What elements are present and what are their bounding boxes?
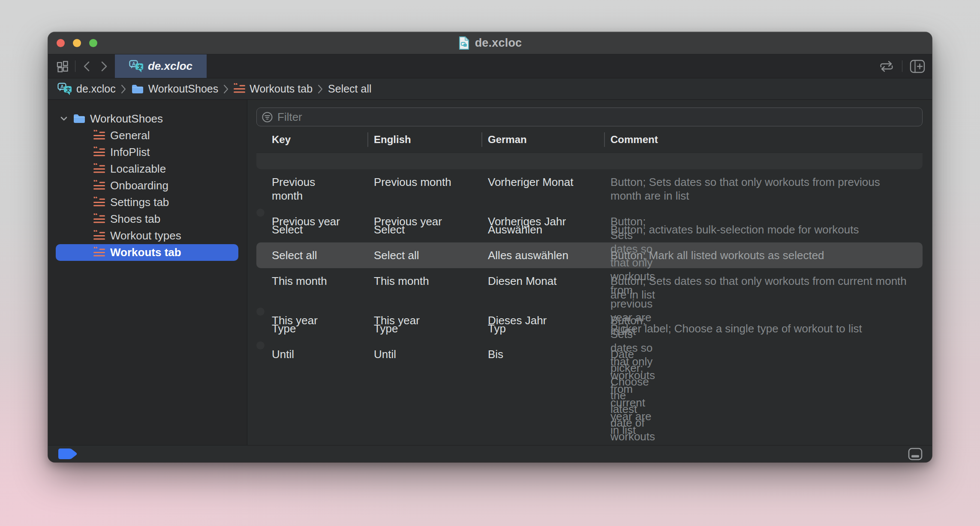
sidebar-item-shoes-tab[interactable]: “ Shoes tab [56, 211, 238, 227]
cell-key: Select [256, 217, 367, 242]
filter-tag-button[interactable] [58, 448, 78, 460]
breadcrumb-separator [120, 84, 126, 94]
strings-icon-slot: “ [93, 247, 105, 258]
strings-icon-slot: “ [93, 180, 105, 191]
strings-icon-slot: “ [93, 230, 105, 242]
translate-icon-slot: A 文 [129, 60, 144, 73]
sidebar-root-workoutshoes[interactable]: WorkoutShoes [48, 110, 247, 127]
column-header-key[interactable]: Key [256, 134, 367, 146]
blue-tag-icon [58, 448, 78, 460]
sidebar-items: “ General “ InfoPlist “ Localizable “ On… [48, 127, 247, 261]
navigate-forward-button[interactable] [99, 60, 109, 73]
strings-file-icon: “ [93, 213, 105, 225]
table-row-type[interactable]: Type Type Typ Picker label; Choose a sin… [256, 316, 923, 341]
strings-file-icon: “ [93, 146, 105, 158]
column-header-comment[interactable]: Comment [604, 134, 923, 146]
bottom-bar [48, 445, 932, 462]
sidebar-item-label: Workouts tab [110, 246, 181, 259]
breadcrumb-label: Workouts tab [250, 83, 313, 95]
svg-text:A: A [132, 61, 135, 66]
table-rows: Previous month Previous month Vorheriger… [256, 153, 923, 445]
strings-icon-slot: “ [93, 146, 105, 158]
filter-input[interactable] [256, 108, 923, 126]
sidebar-item-label: General [110, 129, 150, 142]
breadcrumb-item-key[interactable]: Select all [328, 83, 371, 95]
cell-english: Select all [367, 242, 481, 268]
strings-file-icon: “ [93, 130, 105, 141]
strings-file-icon: “ [93, 197, 105, 208]
table-row-select-all[interactable]: Select all Select all Alles auswählen Bu… [256, 242, 923, 268]
strings-icon-slot: “ [93, 197, 105, 208]
sidebar-item-onboarding[interactable]: “ Onboarding [56, 177, 238, 194]
cell-comment: Picker label; Choose a single type of wo… [604, 316, 923, 341]
sidebar-item-settings-tab[interactable]: “ Settings tab [56, 194, 238, 211]
tab-de-xcloc[interactable]: A 文 de.xcloc [115, 54, 207, 78]
add-editor-button[interactable] [910, 60, 925, 73]
svg-text:“: “ [93, 180, 98, 188]
breadcrumb-item-table[interactable]: “ Workouts tab [234, 83, 313, 95]
folder-icon [131, 84, 144, 95]
strings-file-icon: “ [93, 247, 105, 258]
svg-text:“: “ [93, 146, 98, 154]
cell-german: Alles auswählen [481, 242, 604, 268]
table-row-this-month[interactable]: This month This month Diesen Monat Butto… [256, 268, 923, 308]
svg-text:“: “ [93, 197, 98, 204]
window-title: de.xcloc [475, 36, 522, 50]
window-titlebar[interactable]: de.xcloc [48, 32, 932, 54]
svg-text:文: 文 [66, 87, 71, 92]
zoom-button[interactable] [89, 39, 97, 47]
breadcrumb-label: WorkoutShoes [148, 83, 219, 95]
cell-german: Auswählen [481, 217, 604, 242]
breadcrumb-label: de.xcloc [76, 83, 116, 95]
sidebar-item-label: Onboarding [110, 179, 168, 192]
sidebar-item-infoplist[interactable]: “ InfoPlist [56, 144, 238, 161]
xcode-window: de.xcloc [48, 32, 932, 462]
svg-text:文: 文 [137, 64, 142, 69]
sidebar-item-workouts-tab[interactable]: “ Workouts tab [56, 244, 238, 261]
strings-icon-slot: “ [93, 163, 105, 175]
panel-bottom-icon [908, 448, 923, 460]
close-button[interactable] [57, 39, 65, 47]
cell-german: Vorheriger Monat [481, 169, 604, 209]
table-row-partial[interactable] [256, 153, 923, 169]
breadcrumb-item-folder[interactable]: WorkoutShoes [131, 83, 219, 95]
navigate-back-button[interactable] [82, 60, 92, 73]
cell-english: Type [367, 316, 481, 341]
code-review-button[interactable] [878, 60, 895, 72]
cell-german: Bis [481, 341, 604, 462]
cell-english: This month [367, 268, 481, 308]
minimize-button[interactable] [73, 39, 81, 47]
strings-icon-slot: “ [93, 130, 105, 141]
table-row-select[interactable]: Select Select Auswählen Button; activate… [256, 217, 923, 242]
sidebar-item-general[interactable]: “ General [56, 127, 238, 144]
traffic-lights [57, 32, 97, 54]
cell-comment: Button; activates bulk-selection mode fo… [604, 217, 923, 242]
disclosure-chevron-down-icon[interactable] [59, 114, 69, 123]
column-header-english[interactable]: English [367, 134, 481, 146]
toggle-bottom-panel-button[interactable] [908, 448, 923, 460]
cell-comment: Date picker; Choose the latest date of w… [604, 341, 666, 462]
document-proxy-icon[interactable] [458, 36, 470, 50]
table-row-previous-year[interactable]: Previous year Previous year Vorheriges J… [256, 209, 265, 217]
column-header-german[interactable]: German [481, 134, 604, 146]
sidebar-item-workout-types[interactable]: “ Workout types [56, 227, 238, 244]
related-items-button[interactable] [57, 60, 69, 72]
svg-text:“: “ [93, 213, 98, 221]
sidebar-item-label: Workout types [110, 229, 181, 242]
svg-text:“: “ [93, 130, 98, 137]
cell-english: Previous month [367, 169, 481, 209]
breadcrumb-item-file[interactable]: A 文 de.xcloc [57, 83, 116, 96]
strings-icon-slot: “ [93, 213, 105, 225]
chevron-right-icon [99, 60, 109, 73]
strings-file-icon: “ [93, 163, 105, 175]
breadcrumb-label: Select all [328, 83, 371, 95]
table-row-this-year[interactable]: This year This year Dieses Jahr Button; … [256, 308, 265, 316]
svg-text:“: “ [93, 247, 98, 254]
cell-comment: Button; Sets dates so that only workouts… [604, 169, 923, 209]
toolbar-divider [902, 60, 902, 72]
cell-key: Select all [256, 242, 367, 268]
sidebar-item-localizable[interactable]: “ Localizable [56, 161, 238, 177]
table-row-until[interactable]: Until Until Bis Date picker; Choose the … [256, 341, 265, 350]
strings-file-icon: “ [234, 83, 245, 95]
table-row-previous-month[interactable]: Previous month Previous month Vorheriger… [256, 169, 923, 209]
